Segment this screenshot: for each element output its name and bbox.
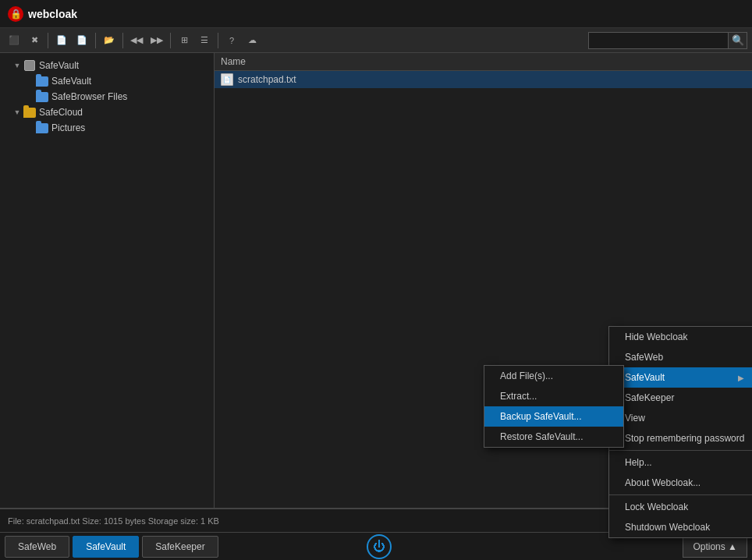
toolbar-btn-5[interactable]: 📂 bbox=[100, 31, 119, 50]
folder-yellow-icon bbox=[23, 108, 36, 118]
tree-icon-pictures bbox=[36, 122, 48, 134]
menu-safevault-label: SafeVault bbox=[625, 372, 665, 383]
folder-blue-icon-3 bbox=[36, 123, 48, 133]
menu-sep-2 bbox=[609, 494, 752, 495]
tree-toggle-pictures bbox=[25, 123, 34, 133]
menu-safeweb[interactable]: SafeWeb bbox=[609, 347, 752, 367]
app-title: webcloak bbox=[28, 8, 77, 20]
file-item-scratchpad[interactable]: 📄 scratchpad.txt bbox=[215, 71, 752, 88]
menu-safekeeper[interactable]: SafeKeeper bbox=[609, 388, 752, 408]
tree-icon-safebrowser bbox=[36, 90, 48, 103]
tab-safevault[interactable]: SafeVault bbox=[73, 536, 139, 558]
file-icon-txt: 📄 bbox=[221, 73, 233, 86]
toolbar-btn-1[interactable]: ⬛ bbox=[5, 31, 23, 50]
search-button[interactable]: 🔍 bbox=[729, 32, 747, 49]
tree-toggle-safecloud[interactable]: ▼ bbox=[12, 108, 22, 117]
options-button[interactable]: Options ▲ bbox=[683, 536, 747, 558]
tree-label-pictures: Pictures bbox=[51, 122, 85, 133]
vault-icon bbox=[24, 60, 35, 71]
power-button[interactable]: ⏻ bbox=[367, 534, 392, 559]
search-input[interactable] bbox=[588, 32, 729, 49]
tree-toggle-safevault-root[interactable]: ▼ bbox=[12, 61, 22, 70]
tree-label-safevault: SafeVault bbox=[51, 76, 91, 87]
toolbar-sep-2 bbox=[95, 33, 96, 48]
app-logo: 🔒 webcloak bbox=[8, 6, 77, 22]
title-bar: 🔒 webcloak bbox=[0, 0, 752, 28]
toolbar-btn-7[interactable]: ▶▶ bbox=[147, 31, 166, 50]
toolbar-btn-4[interactable]: 📄 bbox=[73, 31, 91, 50]
file-name-scratchpad: scratchpad.txt bbox=[238, 74, 296, 85]
safevault-submenu: Add File(s)... Extract... Backup SafeVau… bbox=[484, 365, 624, 448]
tree-item-pictures[interactable]: Pictures bbox=[0, 120, 214, 136]
menu-lock[interactable]: Lock Webcloak bbox=[609, 497, 752, 517]
tree-item-safecloud[interactable]: ▼ SafeCloud bbox=[0, 105, 214, 120]
menu-hide-webcloak[interactable]: Hide Webcloak bbox=[609, 327, 752, 347]
tree-icon-safecloud bbox=[23, 106, 36, 119]
toolbar-cloud-btn[interactable]: ☁ bbox=[243, 31, 261, 50]
toolbar-btn-3[interactable]: 📄 bbox=[52, 31, 71, 50]
toolbar-btn-8[interactable]: ⊞ bbox=[175, 31, 193, 50]
toolbar-btn-9[interactable]: ☰ bbox=[195, 31, 214, 50]
toolbar-search: 🔍 bbox=[588, 32, 747, 49]
toolbar: ⬛ ✖ 📄 📄 📂 ◀◀ ▶▶ ⊞ ☰ ? ☁ 🔍 bbox=[0, 28, 752, 53]
menu-stop-remembering[interactable]: Stop remembering password bbox=[609, 428, 752, 448]
tree-item-safevault[interactable]: SafeVault bbox=[0, 73, 214, 89]
toolbar-sep-3 bbox=[122, 33, 123, 48]
menu-view[interactable]: View bbox=[609, 408, 752, 428]
menu-backup-safevault[interactable]: Backup SafeVault... bbox=[484, 406, 623, 427]
toolbar-help-btn[interactable]: ? bbox=[222, 31, 241, 50]
toolbar-sep-1 bbox=[48, 33, 48, 48]
logo-icon: 🔒 bbox=[8, 6, 23, 22]
toolbar-sep-5 bbox=[218, 33, 218, 48]
toolbar-sep-4 bbox=[170, 33, 171, 48]
options-context-menu: Hide Webcloak SafeWeb SafeVault ▶ SafeKe… bbox=[608, 326, 752, 538]
menu-sep-1 bbox=[609, 450, 752, 451]
menu-safevault[interactable]: SafeVault ▶ bbox=[609, 367, 752, 388]
folder-blue-icon bbox=[36, 76, 48, 87]
file-list-header: Name bbox=[215, 53, 752, 71]
menu-extract[interactable]: Extract... bbox=[484, 386, 623, 406]
toolbar-btn-6[interactable]: ◀◀ bbox=[127, 31, 146, 50]
submenu-arrow-icon: ▶ bbox=[738, 374, 744, 382]
tree-label-safecloud: SafeCloud bbox=[39, 107, 83, 118]
menu-help[interactable]: Help... bbox=[609, 452, 752, 473]
tab-safeweb[interactable]: SafeWeb bbox=[5, 536, 69, 558]
toolbar-btn-2[interactable]: ✖ bbox=[25, 31, 44, 50]
menu-about[interactable]: About Webcloak... bbox=[609, 473, 752, 493]
sidebar: ▼ SafeVault SafeVault SafeBrowser Files … bbox=[0, 53, 215, 508]
menu-add-files[interactable]: Add File(s)... bbox=[484, 366, 623, 386]
status-left: File: scratchpad.txt Size: 1015 bytes St… bbox=[8, 516, 219, 526]
tree-icon-safevault bbox=[36, 75, 48, 87]
tab-safekeeper[interactable]: SafeKeeper bbox=[142, 536, 218, 558]
tree-label-safebrowser: SafeBrowser Files bbox=[51, 91, 127, 102]
menu-restore-safevault[interactable]: Restore SafeVault... bbox=[484, 427, 623, 447]
column-name: Name bbox=[221, 56, 246, 67]
folder-blue-icon-2 bbox=[36, 92, 48, 102]
tree-item-safebrowser[interactable]: SafeBrowser Files bbox=[0, 89, 214, 105]
tree-label-safevault-root: SafeVault bbox=[39, 60, 79, 71]
menu-shutdown[interactable]: Shutdown Webcloak bbox=[609, 517, 752, 537]
tree-item-safevault-root[interactable]: ▼ SafeVault bbox=[0, 58, 214, 73]
tree-toggle-safebrowser bbox=[25, 92, 34, 101]
tree-toggle-safevault bbox=[25, 76, 34, 86]
tree-icon-safevault-root bbox=[23, 59, 36, 72]
